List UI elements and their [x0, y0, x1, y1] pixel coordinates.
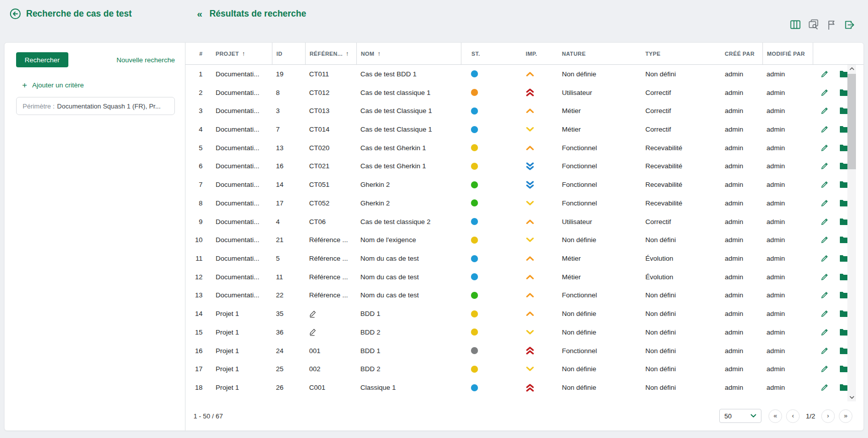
edit-button[interactable] — [820, 216, 830, 227]
edit-button[interactable] — [820, 290, 830, 300]
column-label: TYPE — [645, 51, 660, 57]
collapse-panel-button[interactable]: « — [197, 9, 203, 20]
edit-button[interactable] — [820, 254, 830, 264]
table-row[interactable]: 16Projet 124001BDD 1FonctionnelNon défin… — [185, 342, 863, 360]
id-cell: 24 — [272, 342, 305, 360]
column-header-imp[interactable]: IMP. — [519, 43, 559, 64]
edit-button[interactable] — [820, 364, 830, 374]
importance-icon-up1 — [526, 219, 534, 225]
edit-button[interactable] — [820, 235, 830, 245]
next-page-button[interactable]: › — [821, 409, 835, 423]
table-row[interactable]: 11Documentati...5Référence ...Nom du cas… — [185, 249, 863, 268]
add-criterion-button[interactable]: + Ajouter un critère — [22, 81, 175, 89]
edit-button[interactable] — [820, 106, 830, 116]
project-cell: Documentati... — [210, 194, 272, 212]
edit-button[interactable] — [820, 346, 830, 356]
importance-icon-up2 — [526, 88, 534, 96]
importance-cell — [519, 360, 559, 379]
column-header-st[interactable]: ST. — [461, 43, 519, 64]
edit-button[interactable] — [820, 69, 830, 79]
table-row[interactable]: 6Documentati...16CT021Cas de test Gherki… — [185, 157, 863, 176]
status-cell — [461, 212, 519, 231]
new-search-link[interactable]: Nouvelle recherche — [117, 56, 175, 64]
column-header-id[interactable]: ID — [272, 43, 305, 64]
importance-icon-down1 — [526, 330, 534, 335]
edit-button[interactable] — [820, 143, 830, 153]
scroll-down-icon[interactable] — [847, 394, 856, 401]
importance-cell — [519, 304, 559, 323]
back-button[interactable] — [9, 8, 22, 20]
table-row[interactable]: 9Documentati...4CT06Cas de test classiqu… — [185, 212, 863, 231]
edit-button[interactable] — [820, 309, 830, 319]
table-row[interactable]: 10Documentati...21Référence ...Nom de l'… — [185, 231, 863, 249]
importance-cell — [519, 139, 559, 157]
column-header-nom[interactable]: NOM↑ — [356, 43, 461, 64]
reference-cell: CT052 — [305, 194, 356, 212]
column-header-projet[interactable]: PROJET↑ — [210, 43, 272, 64]
table-row[interactable]: 4Documentati...7CT014Cas de test Classiq… — [185, 120, 863, 139]
edit-button[interactable] — [820, 161, 830, 171]
table-row[interactable]: 5Documentati...13CT020Cas de test Gherki… — [185, 139, 863, 157]
perimeter-criterion-chip[interactable]: Périmètre : Documentation Squash 1 (FR),… — [16, 97, 175, 115]
table-row[interactable]: 15Projet 136BDD 2Non définieNon définiad… — [185, 323, 863, 342]
status-cell — [461, 378, 519, 397]
table-row[interactable]: 18Projet 126C001Classique 1Non définieNo… — [185, 378, 863, 397]
scrollbar-thumb[interactable] — [847, 74, 856, 169]
edit-button[interactable] — [820, 383, 830, 393]
table-row[interactable]: 1Documentati...19CT011Cas de test BDD 1N… — [185, 65, 863, 83]
reference-edit-icon[interactable] — [309, 328, 317, 336]
column-header-ref[interactable]: RÉFÉREN...↑ — [305, 43, 356, 64]
status-dot-yellow — [471, 237, 478, 244]
row-index-cell: 6 — [185, 157, 210, 176]
actions-cell — [813, 249, 849, 268]
created-by-cell: admin — [720, 286, 762, 305]
table-row[interactable]: 2Documentati...8CT012Cas de test classiq… — [185, 83, 863, 102]
flag-icon[interactable] — [826, 19, 837, 30]
table-row[interactable]: 17Projet 125002BDD 2Non définieNon défin… — [185, 360, 863, 379]
edit-button[interactable] — [820, 180, 830, 190]
nature-cell: Fonctionnel — [559, 286, 639, 305]
table-row[interactable]: 3Documentati...3CT013Cas de test Classiq… — [185, 101, 863, 120]
column-header-num[interactable]: # — [185, 43, 210, 64]
type-cell: Non défini — [639, 342, 720, 360]
project-cell: Projet 1 — [210, 342, 272, 360]
edit-button[interactable] — [820, 327, 830, 337]
project-cell: Documentati... — [210, 83, 272, 102]
page-size-select[interactable]: 50 — [719, 409, 761, 423]
importance-icon-down2 — [526, 162, 534, 170]
actions-cell — [813, 83, 849, 102]
table-row[interactable]: 14Projet 135BDD 1Non définieNon définiad… — [185, 304, 863, 323]
table-row[interactable]: 13Documentati...22Référence ...Nom du ca… — [185, 286, 863, 305]
previous-page-button[interactable]: ‹ — [786, 409, 800, 423]
column-header-modifie[interactable]: MODIFIÉ PAR — [762, 43, 813, 64]
reference-cell: 002 — [305, 360, 356, 379]
edit-button[interactable] — [820, 272, 830, 282]
edit-button[interactable] — [820, 198, 830, 208]
actions-cell — [813, 157, 849, 176]
table-row[interactable]: 8Documentati...17CT052Gherkin 2Fonctionn… — [185, 194, 863, 212]
scroll-up-icon[interactable] — [847, 65, 856, 72]
nature-cell: Utilisateur — [559, 212, 639, 231]
reference-edit-icon[interactable] — [309, 310, 317, 318]
actions-cell — [813, 268, 849, 286]
row-index-cell: 17 — [185, 360, 210, 379]
search-button[interactable]: Rechercher — [16, 52, 68, 67]
edit-button[interactable] — [820, 87, 830, 97]
column-header-cree[interactable]: CRÉÉ PAR — [720, 43, 762, 64]
type-cell: Non défini — [639, 378, 720, 397]
column-header-nature[interactable]: NATURE — [559, 43, 639, 64]
edit-button[interactable] — [820, 125, 830, 135]
cascade-search-icon[interactable] — [808, 19, 819, 30]
last-page-button[interactable]: » — [839, 409, 852, 423]
vertical-scrollbar[interactable] — [847, 65, 856, 401]
table-row[interactable]: 7Documentati...14CT051Gherkin 2Fonctionn… — [185, 175, 863, 194]
table-row[interactable]: 12Documentati...11Référence ...Nom du ca… — [185, 268, 863, 286]
modified-by-cell: admin — [762, 268, 813, 286]
export-icon[interactable] — [844, 19, 855, 30]
column-header-type[interactable]: TYPE — [639, 43, 720, 64]
results-table: #PROJET↑IDRÉFÉREN...↑NOM↑ST.IMP.NATURETY… — [185, 43, 863, 430]
nature-cell: Non définie — [559, 65, 639, 83]
type-cell: Correctif — [639, 120, 720, 139]
first-page-button[interactable]: « — [768, 409, 782, 423]
columns-icon[interactable] — [790, 19, 801, 30]
